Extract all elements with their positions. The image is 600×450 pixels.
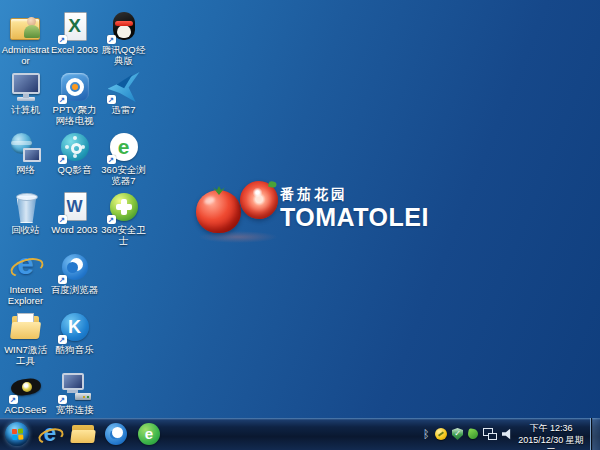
- desktop-icon-label: Word 2003: [49, 225, 101, 236]
- shortcut-arrow-icon: [58, 35, 67, 44]
- desktop-icon-computer[interactable]: 计算机: [1, 70, 50, 130]
- taskbar-explorer[interactable]: [70, 421, 96, 447]
- shortcut-arrow-icon: [107, 215, 116, 224]
- desktop-icon-label: Internet Explorer: [0, 285, 52, 306]
- network-icon: [9, 130, 43, 164]
- desktop-icon-label: 迅雷7: [98, 105, 150, 116]
- desktop-icon-win7-activator[interactable]: WIN7激活工具: [1, 310, 50, 370]
- qq-icon: [107, 10, 141, 44]
- desktop-icon-excel-2003[interactable]: Excel 2003: [50, 10, 99, 70]
- desktop-icon-label: ACDSee5: [0, 405, 52, 416]
- clock-date: 2015/12/30 星期三: [515, 434, 587, 450]
- pptv-icon: [58, 70, 92, 104]
- xunlei-icon: [107, 70, 141, 104]
- desktop-icon-360-safety-guard[interactable]: 360安全卫士: [99, 190, 148, 250]
- desktop-icon-word-2003[interactable]: Word 2003: [50, 190, 99, 250]
- baidu-icon: [58, 250, 92, 284]
- desktop-icon-pptv[interactable]: PPTV聚力 网络电视: [50, 70, 99, 130]
- desktop-icon-label: 360安全卫士: [98, 225, 150, 246]
- safety360-icon: [107, 190, 141, 224]
- shortcut-arrow-icon: [58, 95, 67, 104]
- shortcut-arrow-icon: [58, 215, 67, 224]
- browser360-icon: [107, 130, 141, 164]
- desktop-icon-label: 网络: [0, 165, 52, 176]
- desktop-icon-network[interactable]: 网络: [1, 130, 50, 190]
- desktop-icon-label: WIN7激活工具: [0, 345, 52, 366]
- desktop-icon-label: 百度浏览器: [49, 285, 101, 296]
- shortcut-arrow-icon: [107, 35, 116, 44]
- taskbar-buttons: [4, 418, 162, 450]
- taskbar-baidu[interactable]: [103, 421, 129, 447]
- broadband-icon: [58, 370, 92, 404]
- show-desktop-button[interactable]: [590, 418, 600, 450]
- volume-icon[interactable]: [502, 429, 514, 440]
- desktop-icon-internet-explorer[interactable]: Internet Explorer: [1, 250, 50, 310]
- security-shield-icon[interactable]: [452, 428, 463, 440]
- user-folder-icon: [9, 10, 43, 44]
- desktop-icon-label: 宽带连接: [49, 405, 101, 416]
- desktop-icon-label: PPTV聚力 网络电视: [49, 105, 101, 126]
- desktop-icon-360-browser-7[interactable]: 360安全浏览器7: [99, 130, 148, 190]
- shortcut-arrow-icon: [107, 95, 116, 104]
- desktop-icon-administrator[interactable]: Administrator: [1, 10, 50, 70]
- excel-icon: [58, 10, 92, 44]
- ie-icon: [9, 250, 43, 284]
- shortcut-arrow-icon: [58, 395, 67, 404]
- logo-title-chinese: 番茄花园: [280, 186, 429, 204]
- kugou-icon: [58, 310, 92, 344]
- desktop-icon-label: 酷狗音乐: [49, 345, 101, 356]
- desktop-wallpaper: Administrator Excel 2003 腾讯QQ经典版 计算机 PPT…: [0, 0, 600, 450]
- desktop-icon-kugou-music[interactable]: 酷狗音乐: [50, 310, 99, 370]
- shortcut-arrow-icon: [107, 155, 116, 164]
- taskbar: 下午 12:36 2015/12/30 星期三: [0, 418, 600, 450]
- taskbar-360-browser[interactable]: [136, 421, 162, 447]
- tomato-reflection: [198, 231, 278, 243]
- system-tray: [422, 418, 514, 450]
- start-button[interactable]: [4, 421, 30, 447]
- desktop-icon-xunlei-7[interactable]: 迅雷7: [99, 70, 148, 130]
- taskbar-clock[interactable]: 下午 12:36 2015/12/30 星期三: [515, 422, 587, 450]
- desktop-icon-qq-player[interactable]: QQ影音: [50, 130, 99, 190]
- desktop-icon-label: Administrator: [0, 45, 52, 66]
- network-status-icon[interactable]: [483, 428, 497, 440]
- desktop-icon-label: 360安全浏览器7: [98, 165, 150, 186]
- logo-title-english: TOMATOLEI: [280, 204, 429, 231]
- yellow-disc-icon[interactable]: [435, 428, 447, 440]
- qqplayer-icon: [58, 130, 92, 164]
- desktop-icon-label: Excel 2003: [49, 45, 101, 56]
- green-status-icon[interactable]: [467, 428, 479, 440]
- shortcut-arrow-icon: [9, 395, 18, 404]
- desktop-icon-label: 回收站: [0, 225, 52, 236]
- tomato-garden-logo: 番茄花园 TOMATOLEI: [194, 180, 444, 244]
- desktop-icon-qq-classic[interactable]: 腾讯QQ经典版: [99, 10, 148, 70]
- desktop-icon-grid: Administrator Excel 2003 腾讯QQ经典版 计算机 PPT…: [1, 10, 148, 430]
- desktop-icon-recycle-bin[interactable]: 回收站: [1, 190, 50, 250]
- recycle-icon: [9, 190, 43, 224]
- desktop-icon-baidu-browser[interactable]: 百度浏览器: [50, 250, 99, 310]
- tomato-icon: [196, 190, 241, 233]
- bluetooth-icon[interactable]: [422, 428, 430, 440]
- folder-icon: [9, 310, 43, 344]
- word-icon: [58, 190, 92, 224]
- taskbar-ie[interactable]: [37, 421, 63, 447]
- acdsee-icon: [9, 370, 43, 404]
- shortcut-arrow-icon: [58, 335, 67, 344]
- shortcut-arrow-icon: [58, 275, 67, 284]
- clock-time: 下午 12:36: [515, 422, 587, 434]
- computer-icon: [9, 70, 43, 104]
- shortcut-arrow-icon: [58, 155, 67, 164]
- desktop-icon-label: 腾讯QQ经典版: [98, 45, 150, 66]
- desktop-icon-label: 计算机: [0, 105, 52, 116]
- desktop-icon-label: QQ影音: [49, 165, 101, 176]
- tomato-slice-icon: [236, 177, 281, 222]
- logo-text: 番茄花园 TOMATOLEI: [280, 186, 429, 231]
